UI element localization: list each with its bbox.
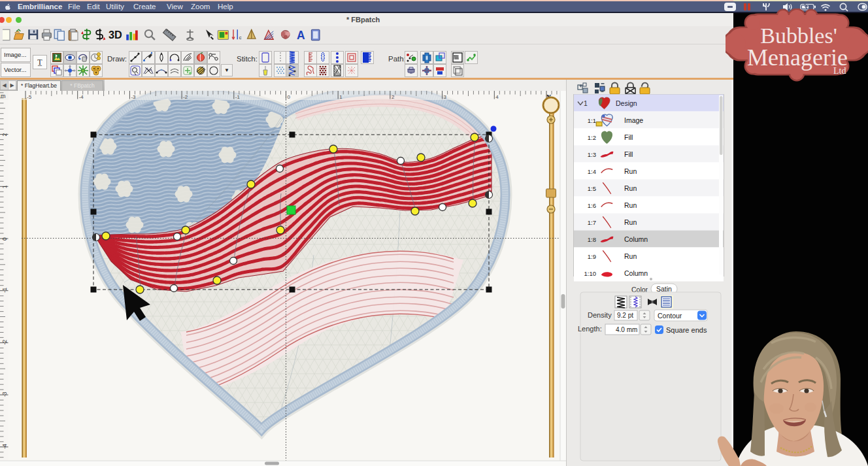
svg-text:0: 0 bbox=[288, 94, 291, 100]
svg-text:1:4: 1:4 bbox=[588, 168, 596, 175]
svg-text:1:6: 1:6 bbox=[588, 202, 596, 209]
svg-text:c: c bbox=[239, 35, 242, 41]
svg-text:3: 3 bbox=[444, 94, 447, 100]
svg-text:-4: -4 bbox=[79, 94, 84, 100]
svg-text:1: 1 bbox=[584, 99, 588, 107]
svg-text:Satin: Satin bbox=[656, 285, 672, 293]
svg-text:-1: -1 bbox=[235, 94, 241, 100]
svg-text:1:1: 1:1 bbox=[588, 117, 596, 124]
svg-text:m: m bbox=[1, 93, 6, 99]
svg-text:1:10: 1:10 bbox=[584, 270, 597, 277]
svg-text:-2: -2 bbox=[183, 94, 188, 100]
svg-text:2: 2 bbox=[1, 133, 8, 137]
svg-text:Image: Image bbox=[624, 116, 643, 124]
svg-text:1:3: 1:3 bbox=[588, 151, 596, 158]
svg-text:1:7: 1:7 bbox=[588, 219, 596, 226]
svg-text:2: 2 bbox=[392, 94, 395, 100]
svg-text:-1: -1 bbox=[1, 288, 8, 293]
svg-text:1:9: 1:9 bbox=[588, 253, 596, 260]
svg-text:Run: Run bbox=[624, 184, 637, 192]
svg-text:-2: -2 bbox=[1, 340, 8, 345]
svg-text:-3: -3 bbox=[1, 391, 8, 397]
svg-text:1: 1 bbox=[1, 185, 8, 188]
svg-text:-5: -5 bbox=[27, 94, 32, 100]
svg-text:0: 0 bbox=[1, 237, 8, 241]
svg-text:Menagerie: Menagerie bbox=[747, 44, 848, 71]
svg-text:Ltd: Ltd bbox=[833, 66, 846, 76]
svg-text:Run: Run bbox=[624, 167, 637, 175]
svg-text:9.2 pt: 9.2 pt bbox=[617, 312, 633, 319]
svg-text:Run: Run bbox=[624, 201, 637, 209]
svg-text:Density: Density bbox=[588, 311, 612, 319]
svg-text:Square ends: Square ends bbox=[666, 326, 707, 334]
svg-text:1:5: 1:5 bbox=[588, 185, 596, 192]
svg-text:1: 1 bbox=[339, 94, 342, 100]
svg-text:Length:: Length: bbox=[578, 325, 602, 333]
svg-text:1:8: 1:8 bbox=[588, 236, 596, 243]
svg-text:Run: Run bbox=[624, 218, 637, 226]
svg-text:A: A bbox=[297, 29, 305, 42]
svg-text:Column: Column bbox=[624, 269, 648, 277]
svg-text:-3: -3 bbox=[131, 94, 136, 100]
svg-text:4: 4 bbox=[495, 94, 499, 100]
svg-text:Fill: Fill bbox=[624, 133, 633, 141]
svg-text:-4: -4 bbox=[1, 444, 8, 449]
svg-text:Column: Column bbox=[624, 235, 648, 243]
svg-text:1:2: 1:2 bbox=[588, 134, 596, 141]
svg-text:Run: Run bbox=[624, 252, 637, 260]
svg-text:Design: Design bbox=[616, 99, 637, 107]
svg-text:4.0 mm: 4.0 mm bbox=[616, 326, 637, 333]
svg-text:3D: 3D bbox=[108, 29, 122, 41]
svg-text:Fill: Fill bbox=[624, 150, 633, 158]
svg-text:Contour: Contour bbox=[658, 312, 682, 320]
